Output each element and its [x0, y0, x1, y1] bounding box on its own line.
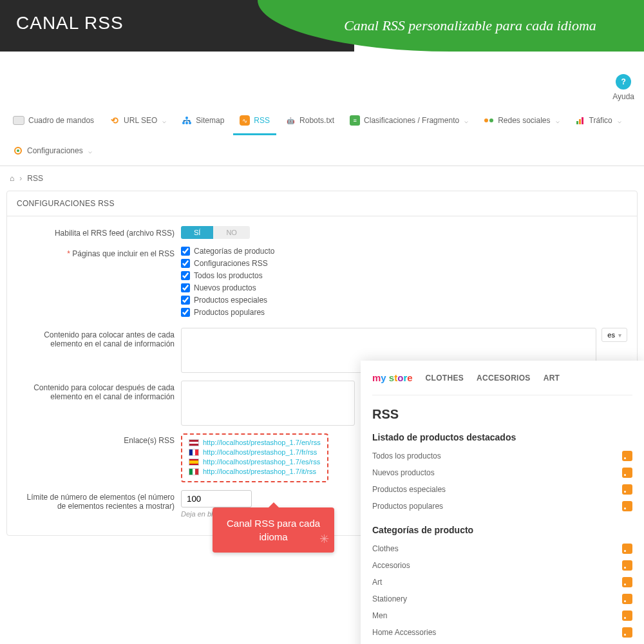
dashboard-icon: [13, 116, 24, 125]
check-populares[interactable]: Productos populares: [181, 308, 627, 317]
svg-rect-6: [582, 117, 583, 124]
checkbox[interactable]: [181, 296, 190, 305]
rss-icon[interactable]: [622, 451, 632, 461]
tab-clasificaciones[interactable]: ≡Clasificaciones / Fragmento⌵: [343, 108, 475, 135]
tab-configuraciones[interactable]: Configuraciones⌵: [6, 138, 99, 166]
rss-icon[interactable]: [622, 484, 632, 495]
home-icon[interactable]: ⌂: [10, 174, 14, 183]
toggle-no[interactable]: NO: [213, 226, 250, 239]
check-nuevos[interactable]: Nuevos productos: [181, 283, 627, 292]
toggle-yes[interactable]: SÍ: [181, 226, 213, 239]
links-label: Enlace(s) RSS: [17, 433, 181, 482]
banner: CANAL RSS Canal RSS personalizable para …: [0, 0, 644, 52]
chevron-down-icon: ⌵: [88, 147, 92, 155]
store-logo[interactable]: my store: [372, 372, 413, 383]
check-categorias[interactable]: Categorías de producto: [181, 247, 627, 256]
check-config-rss[interactable]: Configuraciones RSS: [181, 259, 627, 268]
chevron-down-icon: ⌵: [618, 117, 621, 124]
rss-icon[interactable]: [622, 544, 632, 549]
svg-point-2: [185, 122, 188, 124]
rss-links-box: http://localhost/prestashop_1.7/en/rss h…: [181, 433, 328, 482]
star-icon: ✳: [319, 531, 329, 547]
flag-it-icon: [189, 468, 199, 475]
section-destacados: Listado de productos destacados: [372, 432, 632, 442]
rss-link-en[interactable]: http://localhost/prestashop_1.7/en/rss: [189, 439, 321, 446]
checkbox[interactable]: [181, 271, 190, 280]
store-nav: my store CLOTHES ACCESORIOS ART: [372, 361, 632, 395]
tab-redes-sociales[interactable]: Redes sociales⌵: [477, 108, 565, 135]
nav-clothes[interactable]: CLOTHES: [426, 374, 464, 383]
checkbox[interactable]: [181, 308, 190, 317]
flag-fr-icon: [189, 449, 199, 456]
rss-icon[interactable]: [622, 501, 632, 511]
config-icon: [13, 146, 23, 156]
svg-point-3: [189, 122, 191, 124]
check-especiales[interactable]: Productos especiales: [181, 296, 627, 305]
check-todos[interactable]: Todos los productos: [181, 271, 627, 280]
list-item[interactable]: Productos populares: [372, 498, 632, 515]
tab-bar: Cuadro de mandos ⟲URL SEO⌵ Sitemap ∿RSS …: [0, 108, 644, 166]
enable-toggle[interactable]: SÍ NO: [181, 226, 250, 239]
nav-accesorios[interactable]: ACCESORIOS: [477, 374, 531, 383]
svg-point-0: [185, 117, 188, 119]
clasificaciones-icon: ≡: [350, 115, 360, 126]
section-categorias: Categorías de producto: [372, 525, 632, 535]
language-selector[interactable]: es ▾: [601, 328, 627, 342]
sitemap-icon: [182, 115, 192, 126]
help-button[interactable]: ? Ayuda: [612, 74, 634, 101]
chevron-down-icon: ▾: [618, 332, 621, 339]
chevron-down-icon: ⌵: [556, 117, 560, 124]
chevron-down-icon: ⌵: [464, 117, 468, 124]
svg-rect-4: [576, 121, 578, 124]
list-item[interactable]: Todos los productos: [372, 448, 632, 464]
tab-trafico[interactable]: Tráfico⌵: [569, 108, 628, 135]
svg-rect-5: [579, 119, 581, 124]
enable-label: Habilita el RRS feed (archivo RSS): [17, 226, 181, 239]
panel-header: CONFIGURACIONES RSS: [7, 191, 637, 216]
nav-art[interactable]: ART: [544, 374, 560, 383]
rss-link-es[interactable]: http://localhost/prestashop_1.7/es/rss: [189, 458, 321, 466]
list-item[interactable]: Productos especiales: [372, 481, 632, 498]
flag-en-icon: [189, 439, 199, 446]
storefront-preview: my store CLOTHES ACCESORIOS ART RSS List…: [361, 361, 644, 549]
after-label: Contenido para colocar después de cada e…: [17, 381, 181, 426]
breadcrumb: ⌂ › RSS: [0, 166, 644, 191]
tab-robots[interactable]: 🤖Robots.txt: [279, 108, 341, 135]
rss-icon: ∿: [240, 115, 250, 126]
rss-icon[interactable]: [622, 468, 632, 478]
list-item[interactable]: Clothes: [372, 540, 632, 549]
rss-link-fr[interactable]: http://localhost/prestashop_1.7/fr/rss: [189, 448, 321, 456]
chevron-down-icon: ⌵: [162, 117, 166, 124]
overlay-title: RSS: [372, 407, 632, 422]
list-item[interactable]: Nuevos productos: [372, 464, 632, 481]
redes-icon: [484, 115, 494, 126]
pages-label: * Páginas que incluir en el RSS: [17, 247, 181, 320]
tab-rss[interactable]: ∿RSS: [233, 108, 276, 135]
callout-annotation: Canal RSS para cada idioma ✳: [213, 507, 334, 549]
tab-dashboard[interactable]: Cuadro de mandos: [6, 108, 100, 135]
checkbox[interactable]: [181, 247, 190, 256]
limit-input[interactable]: [181, 490, 252, 507]
svg-point-8: [17, 149, 19, 152]
checkbox[interactable]: [181, 259, 190, 268]
help-icon: ?: [616, 74, 631, 90]
after-textarea[interactable]: [181, 381, 355, 426]
limit-label: Límite de número de elementos (el número…: [17, 490, 181, 518]
svg-point-1: [182, 122, 185, 124]
help-label: Ayuda: [612, 92, 634, 101]
breadcrumb-separator: ›: [19, 174, 22, 183]
help-area: ? Ayuda: [0, 52, 644, 108]
tab-sitemap[interactable]: Sitemap: [175, 108, 231, 135]
robots-icon: 🤖: [285, 115, 296, 126]
tab-url-seo[interactable]: ⟲URL SEO⌵: [103, 108, 173, 135]
rss-link-it[interactable]: http://localhost/prestashop_1.7/it/rss: [189, 468, 321, 475]
checkbox[interactable]: [181, 283, 190, 292]
trafico-icon: [575, 115, 585, 126]
breadcrumb-current: RSS: [27, 174, 43, 183]
flag-es-icon: [189, 459, 199, 466]
url-icon: ⟲: [109, 115, 120, 126]
before-label: Contenido para colocar antes de cada ele…: [17, 328, 181, 373]
